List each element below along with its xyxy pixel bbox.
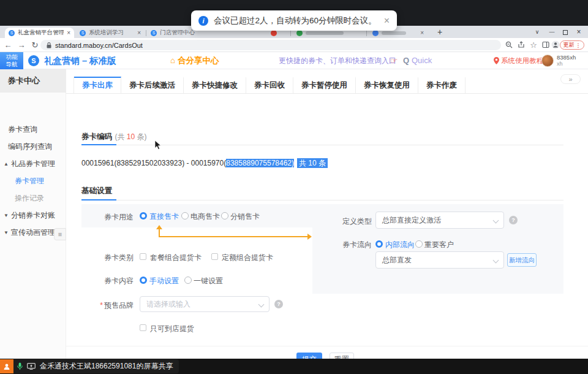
tab-card-followup-activate[interactable]: 券卡后续激活 — [121, 77, 184, 93]
usage-label: 券卡用途 — [81, 212, 134, 223]
radio-direct-sale[interactable] — [140, 212, 147, 219]
category-label: 券卡类别 — [81, 253, 134, 263]
desktop: S 礼盒营销平台管理中心 × S 系统培训学习 × S 门店管理中心 — [0, 0, 588, 374]
new-tab-button[interactable]: + — [434, 26, 446, 38]
tab-close-icon[interactable]: × — [134, 29, 141, 36]
tab-card-suspend[interactable]: 券卡暂停使用 — [293, 77, 356, 93]
window-maximize-button[interactable] — [563, 30, 568, 35]
browser-update-button[interactable]: 更新 ⋮ — [560, 40, 584, 50]
quick-search-icon[interactable]: Q — [403, 52, 409, 69]
chevron-down-icon — [493, 258, 499, 264]
close-icon[interactable]: × — [384, 16, 390, 26]
checkbox-fixed-amount-card[interactable] — [211, 253, 218, 260]
back-icon[interactable]: ← — [2, 38, 13, 52]
window-close-button[interactable]: × — [573, 26, 585, 38]
share-center-link[interactable]: ⌂ 合分享中心 — [170, 52, 219, 69]
tab-text-placeholder — [382, 31, 406, 35]
checkbox-combo-package-card[interactable] — [140, 253, 146, 260]
sidebar-group-distribution-reconcile[interactable]: ▼分销券卡对账 — [4, 210, 55, 221]
tab-favicon-icon — [296, 30, 303, 36]
share-center-label: 合分享中心 — [178, 56, 219, 65]
sharer-avatar-icon — [0, 359, 13, 373]
expand-button[interactable]: » — [560, 74, 581, 84]
sidebar-group-promo-animation[interactable]: ▼宣传动画管理 — [4, 227, 55, 238]
window-chevron-icon[interactable]: ∨ — [531, 26, 543, 38]
radio-distribution-sale[interactable] — [221, 212, 228, 219]
code-plain: 00015961(8385291502033923) - 00015970( — [81, 159, 226, 167]
card-flow-value: 总部直发 — [382, 256, 412, 264]
radio-important-customer[interactable] — [415, 240, 423, 248]
zoom-icon[interactable] — [503, 39, 514, 50]
url-field[interactable]: standard.maboy.cn/CardsOut — [40, 40, 501, 50]
tabs-underline — [66, 93, 588, 94]
arrow-right-icon — [307, 234, 312, 240]
tab-favicon-icon: S — [151, 30, 157, 36]
forward-icon[interactable]: → — [16, 38, 27, 52]
system-tutorial-link[interactable]: 系统使用教程 — [501, 52, 543, 69]
browser-tab-active[interactable]: S 礼盒营销平台管理中心 × — [5, 28, 74, 38]
sidebar: 券卡中心 券卡查询 编码序列查询 ▲礼品券卡管理 券卡管理 操作记录 ▼分销券卡… — [0, 69, 66, 359]
tab-card-quick-modify[interactable]: 券卡快捷修改 — [184, 77, 246, 93]
quick-search-label[interactable]: Quick — [412, 52, 432, 69]
radio-ecommerce-sale[interactable] — [181, 212, 189, 219]
option-store-pickup-only[interactable]: 只可到店提货 — [150, 324, 194, 334]
sidebar-item-operation-log[interactable]: 操作记录 — [15, 193, 44, 204]
radio-internal-flow[interactable] — [375, 240, 383, 248]
tab-close-icon[interactable]: × — [64, 29, 70, 36]
bookmark-star-icon[interactable]: ☆ — [528, 39, 539, 50]
option-one-click-setup[interactable]: 一键设置 — [194, 276, 223, 286]
tab-card-resume[interactable]: 券卡恢复使用 — [356, 77, 418, 93]
brand-logo-icon: S — [28, 55, 39, 66]
option-ecommerce-sale[interactable]: 电商售卡 — [190, 212, 220, 222]
browser-tab[interactable]: S 系统培训学习 × — [76, 28, 145, 38]
help-icon[interactable]: ? — [509, 216, 518, 224]
checkbox-store-pickup-only[interactable] — [140, 324, 146, 331]
help-icon[interactable]: ? — [274, 300, 283, 308]
presale-brand-select[interactable]: 请选择或输入 — [140, 296, 270, 312]
update-label: 更新 — [564, 41, 575, 49]
option-important-customer[interactable]: 重要客户 — [424, 240, 454, 250]
window-minimize-button[interactable]: — — [546, 26, 558, 38]
option-distribution-sale[interactable]: 分销售卡 — [230, 212, 260, 222]
option-fixed-amount-card[interactable]: 定额组合提货卡 — [222, 253, 273, 263]
sidebar-item-card-management-active[interactable]: 券卡管理 — [15, 176, 44, 186]
definition-type-select[interactable]: 总部直接定义激活 — [375, 212, 504, 229]
tab-close-icon[interactable]: × — [417, 29, 424, 36]
radio-one-click-setup[interactable] — [184, 277, 192, 284]
option-internal-flow[interactable]: 内部流向 — [385, 240, 415, 250]
function-nav-line1: 功能 — [0, 53, 23, 61]
card-codes-header: 券卡编码 (共 10 条) — [81, 131, 147, 142]
user-avatar[interactable] — [541, 55, 554, 67]
sidebar-item-code-sequence-query[interactable]: 编码序列查询 — [8, 142, 52, 152]
mouse-cursor — [154, 140, 162, 150]
option-manual-setup[interactable]: 手动设置 — [149, 276, 179, 286]
tab-card-recycle[interactable]: 券卡回收 — [246, 77, 293, 93]
function-nav-button[interactable]: 功能 导航 — [0, 52, 23, 69]
footer-divider — [66, 346, 588, 346]
radio-manual-setup[interactable] — [140, 277, 147, 284]
share-icon[interactable] — [516, 39, 527, 50]
reload-icon[interactable]: ↻ — [29, 38, 40, 52]
location-pin-icon — [494, 57, 499, 64]
card-action-tabs: 券卡出库 券卡后续激活 券卡快捷修改 券卡回收 券卡暂停使用 券卡恢复使用 券卡… — [74, 77, 466, 93]
section-active-underline — [81, 144, 116, 145]
option-direct-sale[interactable]: 直接售卡 — [149, 212, 179, 222]
function-nav-line2: 导航 — [0, 61, 23, 68]
lock-icon — [47, 42, 51, 48]
chevron-down-icon: ▼ — [4, 230, 9, 235]
sidebar-group-label: 分销券卡对账 — [11, 211, 55, 219]
meeting-notification: i 会议已超过2人，自动转为60分钟限时会议。 × — [191, 10, 397, 31]
tab-favicon-icon: S — [9, 30, 15, 36]
sidebar-group-label: 礼品券卡管理 — [11, 159, 55, 168]
sidebar-group-gift-card-mgmt[interactable]: ▲礼品券卡管理 — [4, 159, 55, 169]
option-combo-package-card[interactable]: 套餐组合提货卡 — [150, 253, 202, 263]
tab-card-void[interactable]: 券卡作废 — [418, 77, 466, 93]
add-flow-button[interactable]: 新增流向 — [507, 253, 537, 267]
sidebar-collapse-button[interactable]: ≡ — [54, 228, 66, 240]
card-flow-select[interactable]: 总部直发 — [375, 251, 504, 269]
sidebar-title: 券卡中心 — [0, 69, 66, 93]
sidebar-item-card-query[interactable]: 券卡查询 — [8, 124, 37, 135]
content-label: 券卡内容 — [81, 276, 134, 286]
screen-share-pill: 金禾通技术王斌18662591081的屏幕共享 — [13, 359, 179, 373]
tab-card-outbound[interactable]: 券卡出库 — [74, 77, 121, 93]
